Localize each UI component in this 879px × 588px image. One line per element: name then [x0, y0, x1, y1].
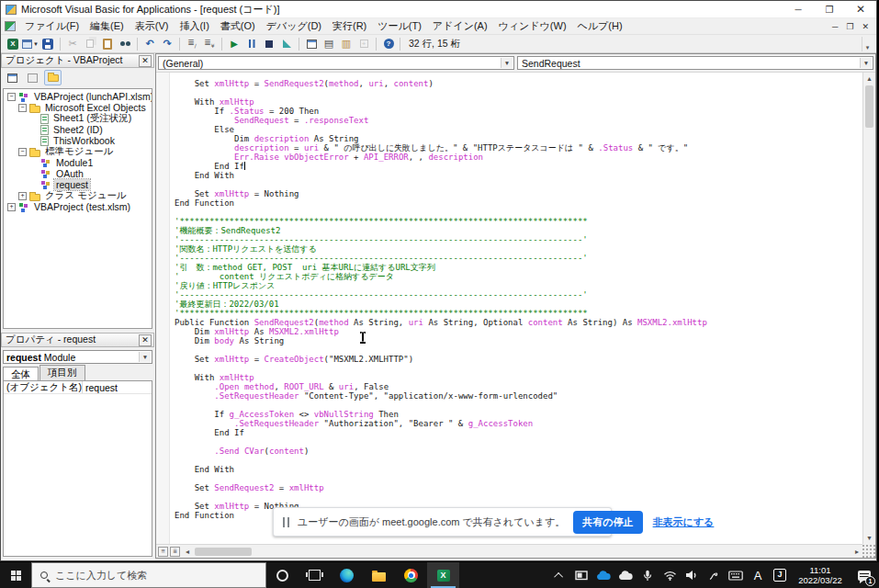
mdi-restore-button[interactable]: ❐ — [846, 22, 853, 31]
menu-item-format[interactable]: 書式(O) — [215, 18, 261, 34]
object-dropdown[interactable]: (General)▼ — [158, 56, 514, 70]
edge-taskbar-icon[interactable] — [331, 562, 363, 588]
tab-全体[interactable]: 全体 — [3, 367, 39, 380]
save-icon[interactable] — [39, 36, 56, 51]
vertical-scrollbar[interactable]: ▲ ▼ — [862, 73, 875, 544]
menu-item-tools[interactable]: ツール(T) — [372, 18, 427, 34]
cortana-taskbar-icon[interactable] — [266, 562, 299, 588]
tree-item[interactable]: Sheet2 (ID) — [4, 124, 152, 135]
display-icon[interactable] — [570, 571, 592, 581]
reset-icon[interactable] — [261, 36, 277, 51]
find-icon[interactable] — [117, 36, 133, 51]
properties-object-dropdown[interactable]: request Module ▼ — [3, 350, 152, 364]
mdi-close-button[interactable]: ✕ — [862, 22, 869, 31]
minimize-button[interactable]: ─ — [783, 1, 814, 17]
code-line: '---------------------------------------… — [175, 254, 707, 263]
tree-item[interactable]: −VBAProject (lunchAPI.xlsm) — [4, 91, 152, 102]
tree-expand-plus-icon[interactable]: + — [18, 192, 27, 200]
start-button[interactable] — [0, 562, 31, 588]
stop-sharing-button[interactable]: 共有の停止 — [573, 511, 642, 534]
pen-icon[interactable] — [703, 570, 725, 581]
project-explorer-icon[interactable] — [303, 36, 320, 51]
onedrive-icon[interactable] — [592, 571, 614, 581]
tree-item[interactable]: Sheet1 (受注状況) — [4, 113, 152, 124]
tree-item[interactable]: OAuth — [4, 168, 152, 179]
horizontal-scrollbar[interactable]: ≡ ≣ ◂ ▸ — [156, 544, 862, 558]
tree-expand-minus-icon[interactable]: − — [18, 104, 27, 112]
vertical-scroll-thumb[interactable] — [865, 85, 873, 128]
project-panel-close-icon[interactable]: ✕ — [139, 55, 152, 67]
taskbar-clock[interactable]: 11:01 2022/03/22 — [791, 562, 850, 588]
property-row[interactable]: (オブジェクト名)request — [4, 381, 152, 394]
wifi-icon[interactable] — [659, 571, 681, 581]
microphone-icon[interactable] — [637, 570, 659, 582]
tree-item[interactable]: +VBAProject (test.xlsm) — [4, 201, 152, 212]
toggle-folders-button[interactable] — [44, 70, 62, 85]
keyboard-icon[interactable] — [725, 571, 747, 581]
tree-expand-minus-icon[interactable]: − — [18, 148, 27, 156]
tree-item[interactable]: Module1 — [4, 157, 152, 168]
scroll-left-icon[interactable]: ◂ — [182, 548, 193, 556]
taskbar-search-input[interactable]: ここに入力して検索 — [31, 562, 266, 588]
full-module-view-button[interactable]: ≣ — [170, 547, 180, 557]
object-browser-icon[interactable]: ▥ — [338, 36, 355, 51]
procedure-dropdown[interactable]: SendRequest▼ — [517, 56, 873, 70]
menu-item-view[interactable]: 表示(V) — [130, 18, 175, 34]
help-icon[interactable]: ? — [380, 36, 397, 51]
scroll-down-icon[interactable]: ▼ — [863, 532, 875, 544]
task-view-taskbar-icon[interactable] — [299, 562, 331, 588]
chevron-up-icon[interactable] — [548, 572, 570, 579]
horizontal-scroll-thumb[interactable] — [195, 548, 252, 556]
view-code-button[interactable] — [4, 70, 21, 85]
properties-window-icon[interactable]: ▤ — [321, 36, 337, 51]
toolbox-icon[interactable]: + — [355, 36, 372, 51]
ime-mode-indicator[interactable]: A — [747, 569, 769, 582]
run-icon[interactable]: ▶ — [226, 36, 242, 51]
view-object-button[interactable] — [24, 70, 41, 85]
list-properties-icon[interactable]: ≣/ — [184, 36, 200, 51]
quick-info-icon[interactable]: ≣¥ — [201, 36, 218, 51]
paste-icon[interactable] — [99, 36, 116, 51]
procedure-view-button[interactable]: ≡ — [158, 547, 168, 557]
menu-item-edit[interactable]: 編集(E) — [85, 18, 130, 34]
resize-grip[interactable] — [862, 544, 875, 558]
cut-icon[interactable]: ✂ — [64, 36, 81, 51]
properties-panel-close-icon[interactable]: ✕ — [139, 334, 152, 346]
close-button[interactable]: ✕ — [845, 1, 876, 17]
action-center-icon[interactable]: 1 — [850, 562, 879, 588]
tree-item[interactable]: −標準モジュール — [4, 146, 152, 157]
tree-item[interactable]: +クラス モジュール — [4, 190, 152, 201]
tree-item-label: OAuth — [54, 168, 85, 179]
mdi-minimize-button[interactable]: ─ — [832, 22, 838, 31]
break-icon[interactable] — [243, 36, 260, 51]
tree-expand-plus-icon[interactable]: + — [7, 203, 16, 211]
menu-item-run[interactable]: 実行(R) — [327, 18, 372, 34]
insert-userform-icon[interactable]: ▼ — [22, 36, 39, 51]
explorer-taskbar-icon[interactable] — [363, 562, 395, 588]
copy-icon[interactable] — [82, 36, 98, 51]
view-excel-icon[interactable]: X — [5, 36, 21, 51]
tab-項目別[interactable]: 項目別 — [39, 365, 85, 380]
scroll-up-icon[interactable]: ▲ — [863, 73, 875, 85]
restore-button[interactable]: ❐ — [814, 1, 845, 17]
menu-item-help[interactable]: ヘルプ(H) — [572, 18, 628, 34]
menu-item-file[interactable]: ファイル(F) — [19, 18, 85, 34]
properties-panel-title: プロパティ - request — [6, 334, 96, 346]
volume-icon[interactable] — [681, 570, 703, 581]
menu-item-add-ins[interactable]: アドイン(A) — [427, 18, 493, 34]
hide-banner-link[interactable]: 非表示にする — [653, 515, 715, 529]
cloud-icon[interactable] — [614, 571, 637, 581]
redo-icon[interactable]: ↷ — [159, 36, 175, 51]
scroll-right-icon[interactable]: ▸ — [851, 548, 862, 556]
menu-item-debug[interactable]: デバッグ(D) — [261, 18, 327, 34]
code-editor[interactable]: Set xmlHttp = SendRequest2(method, uri, … — [156, 73, 862, 544]
menu-item-window[interactable]: ウィンドウ(W) — [493, 18, 572, 34]
design-mode-icon[interactable] — [278, 36, 295, 51]
ime-app-icon[interactable]: J — [769, 569, 791, 582]
undo-icon[interactable]: ↶ — [141, 36, 158, 51]
chrome-taskbar-icon[interactable] — [395, 562, 427, 588]
toolbar-options-icon[interactable]: ▾ — [862, 37, 873, 51]
menu-item-insert[interactable]: 挿入(I) — [174, 18, 214, 34]
excel-taskbar-icon[interactable]: X — [427, 562, 459, 588]
tree-expand-minus-icon[interactable]: − — [7, 93, 16, 101]
